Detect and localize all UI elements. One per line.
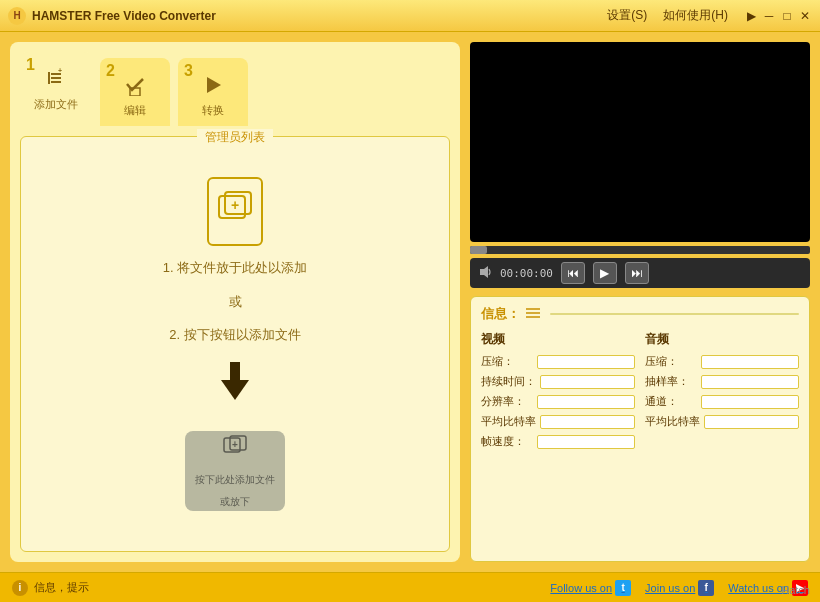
manager-box: 管理员列表 + 1. 将文件放于此处以添加 或 2. 按下按钮以添加文件 (20, 136, 450, 552)
audio-bitrate-label: 平均比特率 (645, 414, 700, 429)
video-compression-row: 压缩： (481, 354, 635, 369)
bottom-bar: i 信息，提示 Follow us on t Join us on f Watc… (0, 572, 820, 602)
svg-text:+: + (232, 439, 238, 450)
prev-frame-btn[interactable]: ⏮ (561, 262, 585, 284)
titlebar: H HAMSTER Free Video Converter 设置(S) 如何使… (0, 0, 820, 32)
info-panel: 信息： 视频 压缩： (470, 296, 810, 562)
maximize-btn[interactable]: □ (780, 9, 794, 23)
step-3-icon (202, 74, 224, 101)
audio-col-title: 音频 (645, 331, 799, 348)
drop-icon: + (223, 431, 247, 467)
app-title: HAMSTER Free Video Converter (32, 9, 607, 23)
audio-bitrate-value (704, 415, 799, 429)
audio-info-col: 音频 压缩： 抽样率： 通道： 平均比特率 (645, 331, 799, 454)
timeline-bar[interactable] (470, 246, 810, 254)
or-text: 或 (229, 290, 242, 313)
left-panel: 1 + 添加文件 2 (10, 42, 460, 562)
join-fb-link[interactable]: Join us on f (645, 580, 714, 596)
audio-compression-value (701, 355, 799, 369)
manager-title: 管理员列表 (197, 129, 273, 146)
drop-btn-label1: 按下此处添加文件 (195, 471, 275, 489)
svg-marker-15 (480, 266, 488, 278)
video-preview (470, 42, 810, 242)
menu-settings[interactable]: 设置(S) (607, 7, 647, 24)
video-duration-value (540, 375, 635, 389)
bottom-info-text: 信息，提示 (34, 580, 89, 595)
audio-samplerate-row: 抽样率： (645, 374, 799, 389)
video-col-title: 视频 (481, 331, 635, 348)
play-btn[interactable]: ▶ (744, 9, 758, 23)
video-bitrate-row: 平均比特率 (481, 414, 635, 429)
video-info-col: 视频 压缩： 持续时间： 分辨率： 平均比特率 (481, 331, 635, 454)
video-compression-value (537, 355, 635, 369)
video-resolution-row: 分辨率： (481, 394, 635, 409)
audio-samplerate-value (701, 375, 799, 389)
video-fps-label: 帧速度： (481, 434, 533, 449)
svg-text:+: + (231, 197, 239, 213)
svg-marker-10 (221, 380, 249, 400)
info-circle-icon: i (12, 580, 28, 596)
info-columns: 视频 压缩： 持续时间： 分辨率： 平均比特率 (481, 331, 799, 454)
video-duration-row: 持续时间： (481, 374, 635, 389)
info-header: 信息： (481, 305, 799, 323)
step-2-tab[interactable]: 2 编辑 (100, 58, 170, 126)
audio-channels-value (701, 395, 799, 409)
video-fps-row: 帧速度： (481, 434, 635, 449)
video-bitrate-label: 平均比特率 (481, 414, 536, 429)
step-2-num: 2 (106, 62, 115, 80)
minimize-btn[interactable]: ─ (762, 9, 776, 23)
step-3-label: 转换 (202, 103, 224, 118)
drop-btn-label2: 或放下 (220, 493, 250, 511)
audio-channels-row: 通道： (645, 394, 799, 409)
follow-twitter-text: Follow us on (550, 582, 612, 594)
step-3-num: 3 (184, 62, 193, 80)
time-display: 00:00:00 (500, 267, 553, 280)
volume-icon (478, 265, 492, 282)
step-1-tab[interactable]: 1 + 添加文件 (20, 52, 92, 126)
arrow-down-icon (217, 356, 253, 421)
svg-rect-11 (230, 362, 240, 382)
info-list-icon (526, 306, 540, 322)
hatch-watermark: Hatch (781, 584, 810, 596)
audio-bitrate-row: 平均比特率 (645, 414, 799, 429)
drop-zone-button[interactable]: + 按下此处添加文件 或放下 (185, 431, 285, 511)
join-fb-text: Join us on (645, 582, 695, 594)
app-icon: H (8, 7, 26, 25)
right-panel: 00:00:00 ⏮ ▶ ⏭ 信息： 视 (470, 42, 810, 562)
twitter-icon: t (615, 580, 631, 596)
video-resolution-value (537, 395, 635, 409)
menu-bar: 设置(S) 如何使用(H) (607, 7, 728, 24)
video-compression-label: 压缩： (481, 354, 533, 369)
step-1-icon: + (45, 68, 67, 95)
step-1-num: 1 (26, 56, 35, 74)
bottom-left: i 信息，提示 (12, 580, 89, 596)
play-pause-btn[interactable]: ▶ (593, 262, 617, 284)
next-frame-btn[interactable]: ⏭ (625, 262, 649, 284)
step-1-label: 添加文件 (34, 97, 78, 112)
follow-twitter-link[interactable]: Follow us on t (550, 580, 631, 596)
svg-marker-6 (207, 77, 221, 93)
svg-text:+: + (58, 68, 62, 74)
video-controls: 00:00:00 ⏮ ▶ ⏭ (470, 258, 810, 288)
step-3-tab[interactable]: 3 转换 (178, 58, 248, 126)
watch-yt-text: Watch us on (728, 582, 789, 594)
audio-samplerate-label: 抽样率： (645, 374, 697, 389)
menu-help[interactable]: 如何使用(H) (663, 7, 728, 24)
audio-compression-label: 压缩： (645, 354, 697, 369)
manager-content: + 1. 将文件放于此处以添加 或 2. 按下按钮以添加文件 (163, 147, 307, 541)
video-resolution-label: 分辨率： (481, 394, 533, 409)
video-duration-label: 持续时间： (481, 374, 536, 389)
video-bitrate-value (540, 415, 635, 429)
info-label: 信息： (481, 305, 520, 323)
hint-text-2: 2. 按下按钮以添加文件 (169, 323, 300, 346)
audio-compression-row: 压缩： (645, 354, 799, 369)
close-btn[interactable]: ✕ (798, 9, 812, 23)
facebook-icon: f (698, 580, 714, 596)
add-files-icon: + (207, 177, 263, 247)
step-2-label: 编辑 (124, 103, 146, 118)
audio-channels-label: 通道： (645, 394, 697, 409)
main-content: 1 + 添加文件 2 (0, 32, 820, 572)
video-fps-value (537, 435, 635, 449)
hint-text-1: 1. 将文件放于此处以添加 (163, 256, 307, 279)
window-controls: ▶ ─ □ ✕ (744, 9, 812, 23)
